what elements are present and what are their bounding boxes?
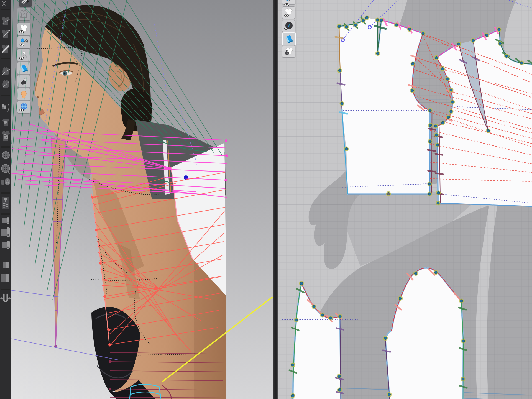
pattern-point[interactable] bbox=[345, 25, 348, 28]
divider bbox=[1, 255, 10, 256]
pattern-point[interactable] bbox=[451, 101, 454, 103]
pattern-point[interactable] bbox=[450, 110, 452, 113]
fabric-roll-top-icon[interactable] bbox=[2, 241, 10, 249]
pattern-point[interactable] bbox=[338, 375, 341, 378]
pattern-point[interactable] bbox=[441, 67, 444, 70]
pattern-point[interactable] bbox=[429, 124, 432, 127]
buttonhole-tool-icon[interactable] bbox=[1, 178, 10, 185]
pattern-point[interactable] bbox=[408, 28, 411, 31]
show-pattern-eye-toggle[interactable] bbox=[282, 6, 295, 19]
pattern-point[interactable] bbox=[362, 19, 365, 22]
pleat-tool-icon[interactable] bbox=[1, 294, 11, 301]
fabric-roll-tool-icon[interactable] bbox=[2, 217, 9, 224]
pattern-point[interactable] bbox=[437, 191, 440, 194]
view-3d[interactable] bbox=[11, 0, 273, 399]
pattern-point[interactable] bbox=[399, 297, 402, 300]
pattern-point[interactable] bbox=[434, 271, 437, 274]
pattern-point[interactable] bbox=[435, 134, 438, 136]
divider bbox=[1, 288, 10, 289]
texture-book-toggle-2d[interactable] bbox=[282, 32, 296, 45]
pattern-point[interactable] bbox=[428, 183, 431, 185]
lock-pattern-toggle[interactable] bbox=[282, 45, 295, 58]
pattern-point[interactable] bbox=[441, 121, 444, 124]
pattern-point[interactable] bbox=[429, 140, 431, 143]
pattern-point[interactable] bbox=[520, 62, 523, 64]
divider bbox=[1, 146, 10, 147]
world-globe-eye-toggle[interactable] bbox=[17, 101, 30, 113]
pattern-point[interactable] bbox=[338, 25, 341, 28]
pattern-point[interactable] bbox=[384, 337, 387, 340]
avatar-head-toggle[interactable] bbox=[17, 88, 30, 101]
shirt-texture-tool-icon[interactable] bbox=[2, 119, 9, 126]
pattern-point[interactable] bbox=[435, 56, 438, 59]
pattern-point[interactable] bbox=[428, 193, 431, 195]
show-info-eye-toggle[interactable]: i bbox=[282, 20, 295, 32]
pattern-point[interactable] bbox=[485, 34, 488, 37]
pattern-point[interactable] bbox=[429, 109, 431, 112]
pattern-point[interactable] bbox=[387, 192, 390, 195]
pattern-point[interactable] bbox=[447, 116, 450, 119]
pattern-point[interactable] bbox=[354, 24, 357, 27]
pattern-point[interactable] bbox=[457, 43, 460, 45]
dressform-pen-tool-icon[interactable] bbox=[2, 80, 9, 88]
button-thread-tool-icon[interactable] bbox=[1, 152, 11, 159]
pattern-point[interactable] bbox=[505, 55, 508, 58]
pattern-point[interactable] bbox=[411, 62, 414, 65]
pattern-point[interactable] bbox=[434, 125, 437, 127]
pattern-point[interactable] bbox=[499, 42, 502, 45]
pattern-point[interactable] bbox=[291, 394, 294, 397]
pattern-point[interactable] bbox=[422, 32, 424, 35]
pattern-point[interactable] bbox=[321, 314, 324, 316]
pattern-point[interactable] bbox=[376, 19, 379, 21]
ghost-garment-toggle[interactable] bbox=[17, 8, 30, 20]
pattern-point[interactable] bbox=[338, 69, 341, 72]
pattern-point[interactable] bbox=[300, 282, 303, 285]
button-tool-icon[interactable] bbox=[1, 164, 10, 174]
pattern-point[interactable] bbox=[472, 39, 475, 42]
texture-flag-tool-icon[interactable] bbox=[2, 104, 9, 112]
pattern-point[interactable] bbox=[498, 28, 500, 31]
pattern-point[interactable] bbox=[462, 340, 465, 342]
garment-tape-tool-icon[interactable] bbox=[2, 45, 10, 53]
pattern-point[interactable] bbox=[291, 364, 294, 366]
pattern-point[interactable] bbox=[329, 317, 332, 319]
pattern-point[interactable] bbox=[380, 19, 383, 22]
pattern-point[interactable] bbox=[437, 202, 439, 204]
garment-pen-tool-icon[interactable] bbox=[2, 30, 10, 38]
fabric-piece-toggle[interactable] bbox=[17, 75, 30, 88]
shirt-texture-large-tool-icon[interactable] bbox=[2, 131, 10, 141]
view-2d[interactable]: i bbox=[278, 0, 532, 399]
swatch-tool-icon[interactable] bbox=[3, 262, 9, 268]
zipper-tool-icon[interactable] bbox=[2, 197, 9, 209]
dressform-curve-tool-icon[interactable] bbox=[2, 67, 9, 75]
pattern-point[interactable] bbox=[338, 388, 341, 391]
swatch-large-tool-icon[interactable] bbox=[1, 274, 9, 282]
pattern-point[interactable] bbox=[436, 144, 439, 146]
pattern-point[interactable] bbox=[446, 78, 449, 80]
pattern-point[interactable] bbox=[450, 89, 452, 91]
show-garment-eye-toggle[interactable] bbox=[17, 23, 30, 35]
pattern-point[interactable] bbox=[365, 16, 368, 19]
pattern-point[interactable] bbox=[414, 272, 417, 275]
pattern-point[interactable] bbox=[295, 319, 298, 321]
show-avatar-eye-toggle[interactable] bbox=[17, 49, 30, 62]
pattern-point[interactable] bbox=[395, 24, 398, 26]
texture-book-toggle[interactable] bbox=[17, 62, 30, 75]
show-pins-eye-toggle[interactable] bbox=[17, 36, 30, 48]
pattern-point[interactable] bbox=[313, 305, 315, 308]
fabric-roll-large-tool-icon[interactable] bbox=[1, 227, 10, 237]
pattern-point[interactable] bbox=[487, 129, 490, 132]
pattern-point[interactable] bbox=[339, 315, 341, 318]
show-pins-eye-toggle-partial[interactable] bbox=[282, 0, 295, 5]
pattern-point[interactable] bbox=[345, 147, 348, 150]
pattern-point[interactable] bbox=[460, 300, 463, 302]
pattern-point[interactable] bbox=[376, 52, 379, 55]
partial-top-icon[interactable] bbox=[19, 0, 32, 7]
pattern-point[interactable] bbox=[462, 378, 464, 380]
transform-tool-icon[interactable] bbox=[2, 1, 6, 6]
pane-splitter[interactable] bbox=[273, 0, 278, 399]
pattern-point[interactable] bbox=[411, 89, 414, 92]
garment-curve-tool-icon[interactable] bbox=[2, 17, 10, 25]
pattern-point[interactable] bbox=[341, 102, 343, 105]
pattern-point[interactable] bbox=[388, 393, 391, 396]
